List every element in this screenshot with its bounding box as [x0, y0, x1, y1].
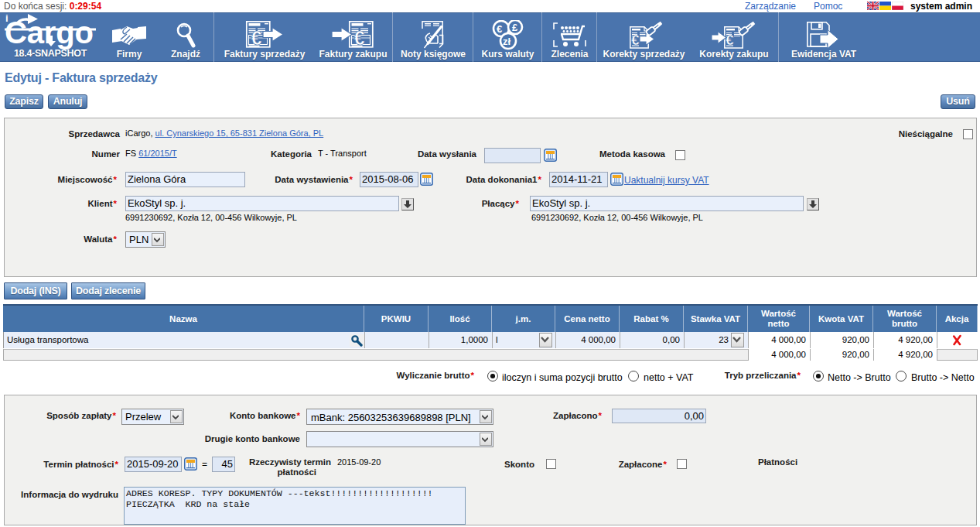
svg-text:zł: zł — [503, 36, 511, 47]
svg-text:€: € — [251, 27, 262, 48]
svg-text:€: € — [353, 27, 364, 48]
svg-text:£: £ — [512, 22, 518, 33]
svg-text:Cargo: Cargo — [5, 15, 93, 50]
svg-text:€: € — [497, 23, 502, 35]
svg-text:€: € — [631, 32, 640, 48]
svg-text:€: € — [726, 32, 734, 48]
svg-text:i: i — [5, 12, 9, 24]
